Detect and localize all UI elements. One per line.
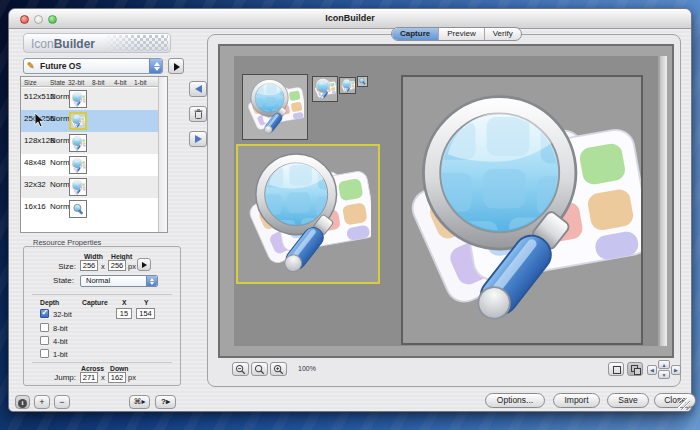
col-32bit: 32-bit [68, 79, 84, 86]
thumbnail-cell[interactable] [69, 134, 87, 152]
tab-verify[interactable]: Verify [485, 28, 521, 40]
arrow-left-icon [195, 85, 202, 93]
zoom-out-button[interactable] [232, 362, 249, 376]
import-button[interactable]: Import [553, 393, 600, 408]
nudge-up-button[interactable]: ▲ [658, 360, 670, 369]
col-1bit: 1-bit [134, 79, 147, 86]
size-row-128[interactable]: 128x128 Normal [21, 132, 158, 154]
resize-grip[interactable] [678, 398, 690, 410]
play-icon [142, 262, 147, 268]
copy-left-button[interactable] [189, 81, 207, 97]
icon-preview-256[interactable] [401, 75, 643, 345]
preset-dropdown[interactable]: ✎ Future OS [23, 58, 163, 74]
preset-action-button[interactable] [168, 58, 184, 74]
single-view-button[interactable] [608, 362, 624, 376]
logo-text-light: Icon [31, 37, 54, 51]
size-action-button[interactable] [137, 258, 151, 271]
magnifier-icon [254, 364, 265, 375]
col-4bit: 4-bit [114, 79, 127, 86]
dropdown-stepper-icon [149, 59, 162, 73]
play-icon [174, 63, 180, 71]
logo-text-bold: Builder [54, 37, 95, 51]
app-logo: IconBuilder [23, 33, 171, 53]
nudge-down-button[interactable]: ▼ [658, 370, 670, 379]
icon-thumbnail-32[interactable] [312, 76, 338, 102]
table-scrollbar[interactable] [158, 77, 167, 232]
size-row-48[interactable]: 48x48 Normal [21, 154, 158, 176]
delete-resource-button[interactable] [189, 106, 207, 122]
trash-icon [194, 109, 203, 119]
preset-value: Future OS [40, 61, 81, 71]
command-menu-button[interactable]: ⌘▸ [129, 395, 150, 409]
copy-right-button[interactable] [189, 131, 207, 147]
divider [32, 362, 172, 363]
capture-y-field[interactable]: 154 [136, 308, 155, 319]
view-tabs: Capture Preview Verify [391, 27, 522, 41]
col-8bit: 8-bit [92, 79, 105, 86]
thumbnail-cell[interactable] [69, 178, 87, 196]
zoom-actual-button[interactable] [251, 362, 268, 376]
add-button[interactable]: + [34, 395, 50, 409]
info-icon: i [18, 399, 27, 408]
size-row-512[interactable]: 512x512 Normal [21, 88, 158, 110]
nudge-left-button[interactable]: ◀ [647, 365, 657, 375]
brush-icon: ✎ [27, 59, 35, 73]
zoom-level-label: 100% [298, 365, 316, 372]
jump-across-field[interactable]: 271 [80, 372, 98, 383]
depth-1bit-checkbox[interactable] [40, 349, 49, 358]
window-title: IconBuilder [9, 13, 691, 23]
options-button[interactable]: Options... [485, 393, 545, 408]
magnifier-minus-icon [235, 364, 246, 375]
depth-8bit-checkbox[interactable] [40, 323, 49, 332]
iconbuilder-window: IconBuilder IconBuilder ✎ Future OS Size… [8, 8, 692, 412]
depth-4bit-checkbox[interactable] [40, 336, 49, 345]
canvas-scroll-edge [660, 56, 667, 346]
height-field[interactable]: 256 [108, 260, 126, 271]
size-table: Size State 32-bit 8-bit 4-bit 1-bit 512x… [20, 76, 168, 233]
arrow-right-icon [195, 135, 202, 143]
icon-thumbnail-selected-128[interactable] [236, 144, 380, 284]
magnifier-plus-icon [273, 364, 284, 375]
remove-button[interactable]: − [54, 395, 70, 409]
zoom-in-button[interactable] [270, 362, 287, 376]
square-icon [613, 366, 621, 374]
size-row-32[interactable]: 32x32 Normal [21, 176, 158, 198]
window-titlebar[interactable]: IconBuilder [9, 9, 691, 29]
mouse-cursor [34, 113, 45, 128]
thumbnail-cell[interactable] [69, 156, 87, 174]
capture-pane: 100% ◀ ▲ ▼ ▶ [207, 34, 681, 387]
icon-thumbnail-12[interactable] [357, 76, 368, 87]
size-row-16[interactable]: 16x16 Normal [21, 198, 158, 220]
width-field[interactable]: 256 [80, 260, 98, 271]
thumbnail-cell-selected[interactable] [69, 112, 87, 130]
thumbnail-cell[interactable] [69, 90, 87, 108]
resource-properties-panel: Width Height Size: 256 x 256 px State: N… [23, 246, 181, 386]
size-table-header: Size State 32-bit 8-bit 4-bit 1-bit [21, 77, 158, 87]
icon-thumbnail-64[interactable] [242, 74, 308, 140]
logo-pixel-pattern [104, 35, 168, 51]
help-menu-button[interactable]: ?▸ [155, 395, 176, 409]
divider [32, 294, 172, 295]
icon-thumbnail-24[interactable] [339, 77, 356, 94]
tab-capture[interactable]: Capture [392, 28, 439, 40]
nudge-right-button[interactable]: ▶ [671, 365, 681, 375]
desktop-background: IconBuilder IconBuilder ✎ Future OS Size… [0, 0, 700, 430]
jump-down-field[interactable]: 162 [108, 372, 126, 383]
thumbnail-cell[interactable] [69, 200, 87, 218]
col-size: Size [24, 79, 37, 86]
capture-x-field[interactable]: 15 [116, 308, 132, 319]
multi-view-button[interactable] [627, 362, 643, 376]
dropdown-stepper-icon [146, 276, 157, 286]
info-button[interactable]: i [15, 395, 30, 409]
state-dropdown[interactable]: Normal [80, 275, 158, 287]
capture-canvas[interactable] [218, 44, 674, 358]
depth-32bit-checkbox[interactable] [40, 309, 49, 318]
save-button[interactable]: Save [607, 393, 649, 408]
tab-preview[interactable]: Preview [439, 28, 484, 40]
col-state: State [50, 79, 65, 86]
